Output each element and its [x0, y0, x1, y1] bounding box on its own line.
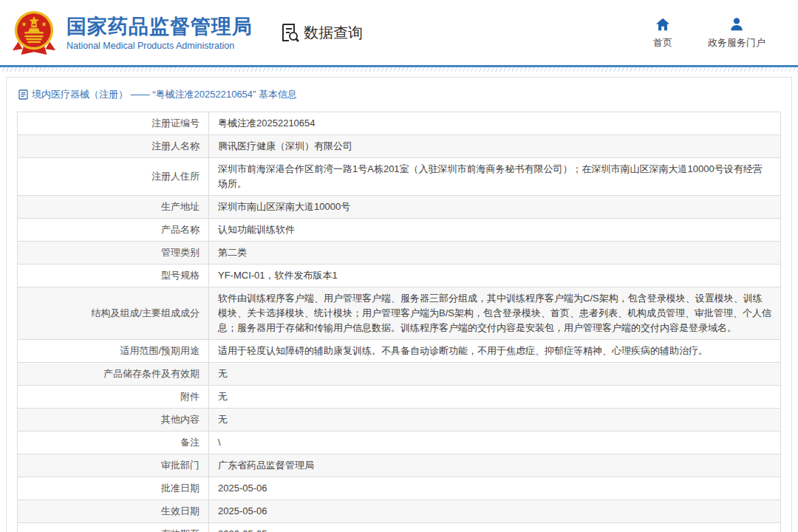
- row-label: 适用范围/预期用途: [18, 340, 209, 363]
- row-label: 产品名称: [18, 219, 209, 242]
- breadcrumb: 境内医疗器械（注册） —— “粤械注准20252210654” 基本信息: [7, 78, 791, 110]
- nmpa-logo[interactable]: 国家药品监督管理局 National Medical Products Admi…: [11, 9, 253, 56]
- row-label: 结构及组成/主要组成成分: [18, 287, 209, 340]
- row-label: 管理类别: [18, 242, 209, 265]
- site-header: 国家药品监督管理局 National Medical Products Admi…: [0, 0, 798, 65]
- row-label: 注册证编号: [18, 112, 209, 135]
- user-icon: [729, 16, 745, 33]
- row-value: 2025-05-06: [209, 477, 781, 500]
- site-title-block: 国家药品监督管理局 National Medical Products Admi…: [66, 15, 253, 51]
- nav-home[interactable]: 首页: [653, 16, 672, 50]
- row-label: 批准日期: [18, 477, 209, 500]
- row-label: 附件: [18, 386, 209, 409]
- nav-gov-portal-label: 政务服务门户: [708, 36, 765, 50]
- row-label: 生效日期: [18, 500, 209, 523]
- row-value: 2030-05-05: [209, 523, 781, 532]
- table-row: 注册人住所深圳市前海深港合作区前湾一路1号A栋201室（入驻深圳市前海商务秘书有…: [18, 158, 781, 196]
- data-query-icon: [279, 21, 301, 44]
- row-value: 无: [209, 386, 781, 409]
- row-label: 审批部门: [18, 454, 209, 477]
- nav-home-label: 首页: [653, 36, 672, 50]
- breadcrumb-text: 境内医疗器械（注册） —— “粤械注准20252210654” 基本信息: [32, 88, 297, 101]
- table-row: 审批部门广东省药品监督管理局: [18, 454, 781, 477]
- row-value: 无: [209, 363, 781, 386]
- table-row: 结构及组成/主要组成成分软件由训练程序客户端、用户管理客户端、服务器三部分组成，…: [18, 287, 781, 340]
- document-icon: [18, 89, 28, 100]
- header-nav: 首页 政务服务门户: [653, 16, 776, 50]
- table-row: 产品名称认知功能训练软件: [18, 219, 781, 242]
- row-value: 2025-05-06: [209, 500, 781, 523]
- row-value: 适用于轻度认知障碍的辅助康复训练。不具备自动诊断功能，不用于焦虑症、抑郁症等精神…: [209, 340, 781, 363]
- table-row: 生效日期2025-05-06: [18, 500, 781, 523]
- national-emblem-icon: [11, 9, 57, 56]
- detail-panel: 境内医疗器械（注册） —— “粤械注准20252210654” 基本信息 注册证…: [6, 77, 792, 532]
- row-label: 产品储存条件及有效期: [18, 363, 209, 386]
- row-label: 型号规格: [18, 265, 209, 287]
- row-value: 认知功能训练软件: [209, 219, 781, 242]
- row-label: 有效期至: [18, 523, 209, 532]
- row-label: 生产地址: [18, 196, 209, 219]
- data-query-label: 数据查询: [304, 23, 363, 43]
- row-value: 腾讯医疗健康（深圳）有限公司: [209, 135, 781, 158]
- nav-gov-portal[interactable]: 政务服务门户: [708, 16, 765, 50]
- row-value: 第二类: [209, 242, 781, 265]
- data-query-tab[interactable]: 数据查询: [279, 21, 363, 44]
- registration-table-body: 注册证编号粤械注准20252210654注册人名称腾讯医疗健康（深圳）有限公司注…: [18, 112, 781, 532]
- table-row: 有效期至2030-05-05: [18, 523, 781, 532]
- row-value: 深圳市前海深港合作区前湾一路1号A栋201室（入驻深圳市前海商务秘书有限公司）；…: [209, 158, 781, 196]
- row-value: 软件由训练程序客户端、用户管理客户端、服务器三部分组成，其中训练程序客户端为C/…: [209, 287, 781, 340]
- row-label: 注册人名称: [18, 135, 209, 158]
- row-value: 无: [209, 409, 781, 432]
- table-row: 管理类别第二类: [18, 242, 781, 265]
- row-value: 粤械注准20252210654: [209, 112, 781, 135]
- site-subtitle: National Medical Products Administration: [66, 41, 253, 51]
- row-label: 备注: [18, 432, 209, 454]
- table-row: 其他内容无: [18, 409, 781, 432]
- registration-table: 注册证编号粤械注准20252210654注册人名称腾讯医疗健康（深圳）有限公司注…: [17, 112, 781, 532]
- main-content: 境内医疗器械（注册） —— “粤械注准20252210654” 基本信息 注册证…: [0, 72, 798, 532]
- header-divider: [0, 65, 798, 72]
- row-label: 注册人住所: [18, 158, 209, 196]
- table-row: 批准日期2025-05-06: [18, 477, 781, 500]
- table-row: 备注\: [18, 432, 781, 454]
- row-label: 其他内容: [18, 409, 209, 432]
- table-row: 生产地址深圳市南山区深南大道10000号: [18, 196, 781, 219]
- row-value: \: [209, 432, 781, 454]
- table-row: 适用范围/预期用途适用于轻度认知障碍的辅助康复训练。不具备自动诊断功能，不用于焦…: [18, 340, 781, 363]
- table-row: 注册人名称腾讯医疗健康（深圳）有限公司: [18, 135, 781, 158]
- home-icon: [655, 16, 671, 33]
- table-row: 产品储存条件及有效期无: [18, 363, 781, 386]
- table-row: 附件无: [18, 386, 781, 409]
- table-row: 注册证编号粤械注准20252210654: [18, 112, 781, 135]
- site-title: 国家药品监督管理局: [66, 15, 253, 38]
- table-row: 型号规格YF-MCI-01，软件发布版本1: [18, 265, 781, 287]
- row-value: 深圳市南山区深南大道10000号: [209, 196, 781, 219]
- row-value: 广东省药品监督管理局: [209, 454, 781, 477]
- row-value: YF-MCI-01，软件发布版本1: [209, 265, 781, 287]
